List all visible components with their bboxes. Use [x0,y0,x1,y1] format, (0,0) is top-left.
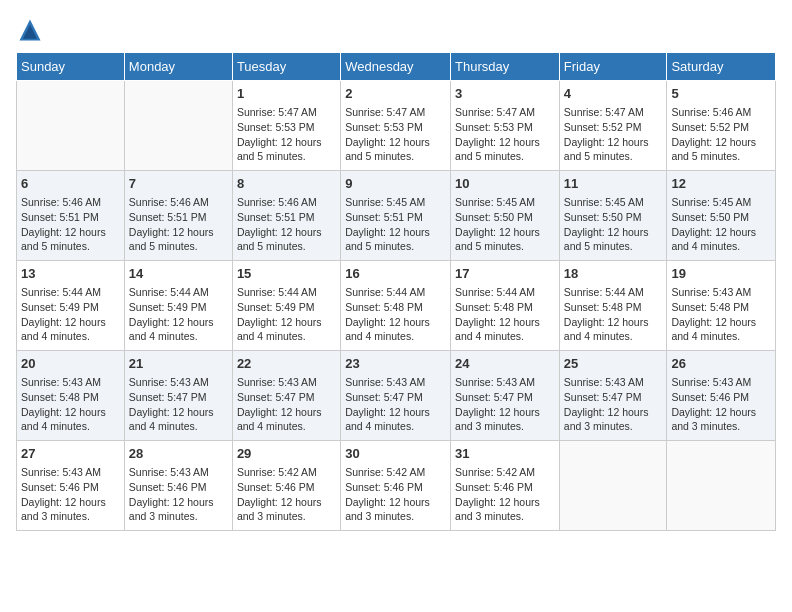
sunset-text: Sunset: 5:46 PM [237,480,336,495]
daylight-text: Daylight: 12 hours and 5 minutes. [455,135,555,164]
day-number: 5 [671,85,771,103]
calendar-cell [17,81,125,171]
daylight-text: Daylight: 12 hours and 4 minutes. [345,315,446,344]
calendar-cell: 11Sunrise: 5:45 AMSunset: 5:50 PMDayligh… [559,171,667,261]
daylight-text: Daylight: 12 hours and 4 minutes. [129,315,228,344]
page-header [16,16,776,44]
sunrise-text: Sunrise: 5:43 AM [237,375,336,390]
weekday-header-thursday: Thursday [451,53,560,81]
sunset-text: Sunset: 5:48 PM [671,300,771,315]
sunset-text: Sunset: 5:48 PM [21,390,120,405]
calendar-cell: 30Sunrise: 5:42 AMSunset: 5:46 PMDayligh… [341,441,451,531]
sunrise-text: Sunrise: 5:43 AM [564,375,663,390]
calendar-cell: 5Sunrise: 5:46 AMSunset: 5:52 PMDaylight… [667,81,776,171]
weekday-header-tuesday: Tuesday [232,53,340,81]
sunrise-text: Sunrise: 5:44 AM [564,285,663,300]
day-number: 7 [129,175,228,193]
sunset-text: Sunset: 5:46 PM [455,480,555,495]
daylight-text: Daylight: 12 hours and 5 minutes. [129,225,228,254]
day-number: 21 [129,355,228,373]
calendar-cell: 17Sunrise: 5:44 AMSunset: 5:48 PMDayligh… [451,261,560,351]
calendar-cell: 2Sunrise: 5:47 AMSunset: 5:53 PMDaylight… [341,81,451,171]
sunrise-text: Sunrise: 5:43 AM [671,375,771,390]
calendar-cell: 23Sunrise: 5:43 AMSunset: 5:47 PMDayligh… [341,351,451,441]
day-number: 26 [671,355,771,373]
daylight-text: Daylight: 12 hours and 5 minutes. [345,225,446,254]
sunrise-text: Sunrise: 5:47 AM [455,105,555,120]
daylight-text: Daylight: 12 hours and 3 minutes. [237,495,336,524]
calendar-cell: 16Sunrise: 5:44 AMSunset: 5:48 PMDayligh… [341,261,451,351]
sunset-text: Sunset: 5:46 PM [129,480,228,495]
daylight-text: Daylight: 12 hours and 4 minutes. [671,225,771,254]
sunset-text: Sunset: 5:53 PM [455,120,555,135]
day-number: 31 [455,445,555,463]
sunrise-text: Sunrise: 5:45 AM [345,195,446,210]
day-number: 9 [345,175,446,193]
sunrise-text: Sunrise: 5:44 AM [345,285,446,300]
calendar-cell: 15Sunrise: 5:44 AMSunset: 5:49 PMDayligh… [232,261,340,351]
daylight-text: Daylight: 12 hours and 3 minutes. [455,405,555,434]
calendar-cell: 31Sunrise: 5:42 AMSunset: 5:46 PMDayligh… [451,441,560,531]
calendar-week-4: 20Sunrise: 5:43 AMSunset: 5:48 PMDayligh… [17,351,776,441]
sunrise-text: Sunrise: 5:43 AM [455,375,555,390]
day-number: 15 [237,265,336,283]
calendar-cell: 26Sunrise: 5:43 AMSunset: 5:46 PMDayligh… [667,351,776,441]
sunrise-text: Sunrise: 5:43 AM [21,465,120,480]
sunset-text: Sunset: 5:50 PM [671,210,771,225]
sunset-text: Sunset: 5:49 PM [129,300,228,315]
day-number: 11 [564,175,663,193]
calendar-cell: 10Sunrise: 5:45 AMSunset: 5:50 PMDayligh… [451,171,560,261]
calendar-cell: 20Sunrise: 5:43 AMSunset: 5:48 PMDayligh… [17,351,125,441]
daylight-text: Daylight: 12 hours and 5 minutes. [671,135,771,164]
sunset-text: Sunset: 5:48 PM [345,300,446,315]
sunrise-text: Sunrise: 5:47 AM [564,105,663,120]
sunset-text: Sunset: 5:47 PM [237,390,336,405]
sunrise-text: Sunrise: 5:47 AM [237,105,336,120]
day-number: 20 [21,355,120,373]
daylight-text: Daylight: 12 hours and 3 minutes. [455,495,555,524]
sunrise-text: Sunrise: 5:44 AM [21,285,120,300]
weekday-header-saturday: Saturday [667,53,776,81]
calendar-cell: 13Sunrise: 5:44 AMSunset: 5:49 PMDayligh… [17,261,125,351]
sunset-text: Sunset: 5:47 PM [345,390,446,405]
calendar-table: SundayMondayTuesdayWednesdayThursdayFrid… [16,52,776,531]
daylight-text: Daylight: 12 hours and 5 minutes. [237,135,336,164]
sunrise-text: Sunrise: 5:42 AM [237,465,336,480]
daylight-text: Daylight: 12 hours and 4 minutes. [345,405,446,434]
daylight-text: Daylight: 12 hours and 5 minutes. [237,225,336,254]
daylight-text: Daylight: 12 hours and 4 minutes. [671,315,771,344]
sunset-text: Sunset: 5:51 PM [21,210,120,225]
day-number: 12 [671,175,771,193]
sunset-text: Sunset: 5:48 PM [455,300,555,315]
sunrise-text: Sunrise: 5:43 AM [129,465,228,480]
daylight-text: Daylight: 12 hours and 3 minutes. [129,495,228,524]
calendar-cell [667,441,776,531]
sunrise-text: Sunrise: 5:46 AM [129,195,228,210]
daylight-text: Daylight: 12 hours and 3 minutes. [21,495,120,524]
day-number: 16 [345,265,446,283]
sunset-text: Sunset: 5:47 PM [129,390,228,405]
day-number: 18 [564,265,663,283]
day-number: 3 [455,85,555,103]
daylight-text: Daylight: 12 hours and 5 minutes. [345,135,446,164]
sunrise-text: Sunrise: 5:44 AM [455,285,555,300]
day-number: 28 [129,445,228,463]
weekday-header-wednesday: Wednesday [341,53,451,81]
sunrise-text: Sunrise: 5:43 AM [345,375,446,390]
daylight-text: Daylight: 12 hours and 3 minutes. [345,495,446,524]
logo [16,16,48,44]
calendar-cell: 18Sunrise: 5:44 AMSunset: 5:48 PMDayligh… [559,261,667,351]
daylight-text: Daylight: 12 hours and 4 minutes. [21,315,120,344]
sunset-text: Sunset: 5:48 PM [564,300,663,315]
sunrise-text: Sunrise: 5:45 AM [671,195,771,210]
sunrise-text: Sunrise: 5:46 AM [237,195,336,210]
sunrise-text: Sunrise: 5:43 AM [21,375,120,390]
daylight-text: Daylight: 12 hours and 4 minutes. [237,405,336,434]
sunset-text: Sunset: 5:47 PM [564,390,663,405]
day-number: 2 [345,85,446,103]
calendar-cell [559,441,667,531]
sunrise-text: Sunrise: 5:43 AM [671,285,771,300]
day-number: 4 [564,85,663,103]
sunset-text: Sunset: 5:49 PM [21,300,120,315]
daylight-text: Daylight: 12 hours and 4 minutes. [564,315,663,344]
